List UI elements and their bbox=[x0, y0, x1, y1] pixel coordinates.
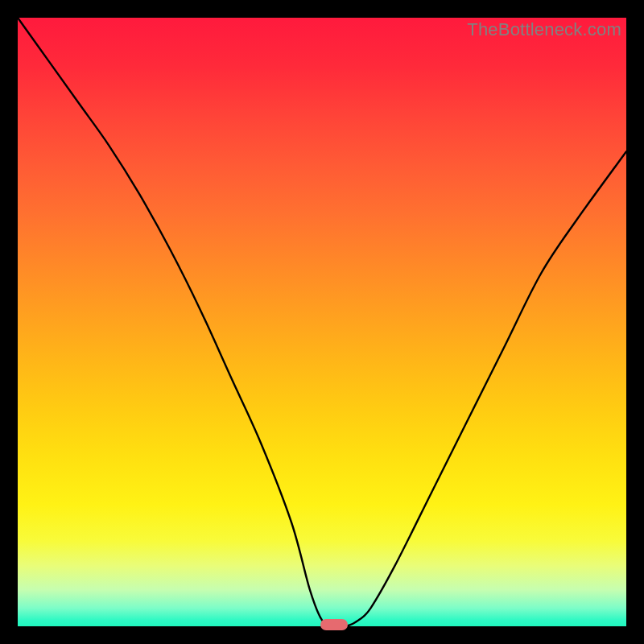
optimal-marker bbox=[320, 619, 348, 630]
bottleneck-curve bbox=[18, 18, 626, 626]
plot-area: TheBottleneck.com bbox=[18, 18, 626, 626]
chart-frame: TheBottleneck.com bbox=[0, 0, 644, 644]
